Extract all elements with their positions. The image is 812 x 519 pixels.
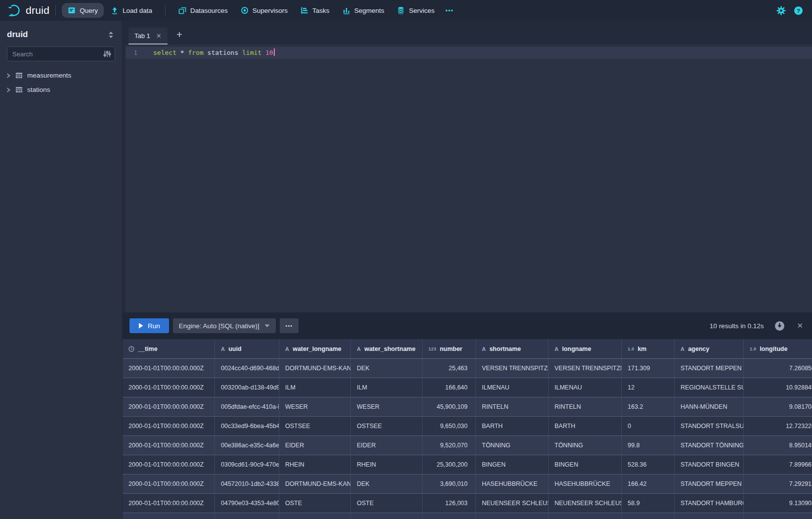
column-name: km: [638, 346, 646, 352]
query-main: Tab 1✕ + 1 select * from stations limit …: [123, 21, 812, 519]
double-caret-icon[interactable]: [108, 31, 114, 39]
druid-logo[interactable]: druid: [8, 4, 49, 17]
sidebar-table-measurements[interactable]: measurements: [0, 68, 122, 83]
sql-editor[interactable]: 1 select * from stations limit 10: [123, 44, 812, 312]
column-header-uuid[interactable]: Auuid: [215, 339, 279, 358]
results-summary: 10 results in 0.12s: [710, 322, 764, 330]
column-header-water-shortname[interactable]: Awater_shortname: [351, 339, 423, 358]
cell-uuid: [215, 513, 279, 519]
nav-item-segments[interactable]: Segments: [337, 3, 390, 18]
column-name: agency: [688, 346, 709, 352]
cell-shortname: VERSEN TRENNSPITZE: [476, 359, 549, 378]
nav-item-services[interactable]: Services: [391, 3, 440, 18]
cell-uuid: 005dfdae-efcc-410a-bf1: [215, 397, 279, 416]
column-header-number[interactable]: 123number: [423, 339, 476, 358]
top-navbar: druid QueryLoad dataDatasourcesSuperviso…: [0, 0, 812, 21]
cell-water-longname: WESER: [279, 397, 351, 416]
sql-token-star: *: [180, 49, 184, 56]
nav-item-supervisors[interactable]: Supervisors: [235, 3, 294, 18]
cell-agency: [675, 513, 744, 519]
search-input[interactable]: [7, 46, 115, 61]
help-icon[interactable]: ?: [794, 6, 803, 15]
schema-title: druid: [7, 30, 28, 40]
sidebar-table-stations[interactable]: stations: [0, 83, 122, 97]
editor-edge: [123, 44, 126, 312]
play-icon: [138, 323, 143, 329]
nav-item-load-data[interactable]: Load data: [105, 3, 158, 18]
nav-item-label: Services: [409, 7, 434, 14]
cell-longname: RINTELN: [549, 397, 622, 416]
engine-select[interactable]: Engine: Auto [SQL (native)]: [173, 318, 276, 333]
cell-agency: STANDORT BINGEN: [675, 455, 744, 474]
string-type-icon: A: [357, 346, 361, 352]
nav-item-label: Query: [80, 7, 98, 14]
cell-water-longname: DORTMUND-EMS-KANAL: [279, 359, 351, 378]
decimal-type-icon: 1.0: [750, 346, 756, 351]
cell-shortname: RINTELN: [476, 397, 549, 416]
cell-number: 9,650,030: [423, 417, 476, 435]
cell--time: 2000-01-01T00:00:00.000Z: [123, 378, 215, 397]
cell-uuid: 0309cd61-90c9-470e-99: [215, 455, 279, 474]
run-bar: Run Engine: Auto [SQL (native)] ••• 10 r…: [123, 312, 812, 339]
query-more-button[interactable]: •••: [280, 318, 299, 333]
table-label: measurements: [27, 72, 71, 79]
cell-km: 163.2: [622, 397, 675, 416]
download-icon[interactable]: [774, 321, 785, 331]
column-header-shortname[interactable]: Ashortname: [476, 339, 549, 358]
cell-number: 25,463: [423, 359, 476, 378]
tab-label: Tab 1: [134, 32, 150, 40]
tab-close-icon[interactable]: ✕: [156, 32, 162, 40]
gear-icon[interactable]: [776, 6, 786, 15]
column-header-longitude[interactable]: 1.0longitude: [744, 339, 812, 358]
nav-item-datasources[interactable]: Datasources: [172, 3, 234, 18]
column-header-longname[interactable]: Alongname: [549, 339, 622, 358]
column-header--time[interactable]: __time: [123, 339, 215, 358]
string-type-icon: A: [285, 346, 289, 352]
filter-sliders-icon[interactable]: [103, 50, 111, 58]
column-name: water_shortname: [364, 346, 416, 352]
cell-longitude: 9.081704: [744, 397, 812, 416]
table-row: 2000-01-01T00:00:00.000Z005dfdae-efcc-41…: [123, 397, 812, 417]
cell-longname: TÖNNING: [549, 436, 622, 455]
cell-longname: NEUENSEER SCHLEUSENKANAL: [549, 494, 622, 513]
cell-water-longname: ILM: [279, 378, 351, 397]
table-row: 2000-01-01T00:00:00.000Z0309cd61-90c9-47…: [123, 455, 812, 475]
column-header-agency[interactable]: Aagency: [675, 339, 744, 358]
cell-km: 166.42: [622, 475, 675, 493]
chevron-right-icon[interactable]: [6, 73, 11, 78]
cell-water-longname: OSTSEE: [279, 417, 351, 435]
cell-water-shortname: DEK: [351, 475, 423, 493]
cell-longitude: 10.928845: [744, 378, 812, 397]
cell-water-shortname: [351, 513, 423, 519]
cell-km: [622, 513, 675, 519]
cell-shortname: BINGEN: [476, 455, 549, 474]
cell-uuid: 00c33ed9-6bea-45b4-87: [215, 417, 279, 435]
cell-agency: REGIONALSTELLE SUHL: [675, 378, 744, 397]
caret-down-icon: [264, 324, 270, 328]
string-type-icon: A: [555, 346, 558, 352]
run-button[interactable]: Run: [129, 318, 169, 333]
column-header-water-longname[interactable]: Awater_longname: [279, 339, 351, 358]
cell--time: [123, 513, 215, 519]
nav-item-label: Supervisors: [253, 7, 288, 14]
column-name: __time: [138, 346, 158, 352]
cell--time: 2000-01-01T00:00:00.000Z: [123, 475, 215, 493]
navbar-overflow-button[interactable]: •••: [440, 7, 459, 14]
nav-item-label: Datasources: [190, 7, 228, 14]
sql-code-line[interactable]: select * from stations limit 10: [142, 47, 275, 59]
cell-water-shortname: OSTSEE: [351, 417, 423, 435]
new-tab-button[interactable]: +: [176, 29, 182, 41]
close-results-icon[interactable]: ✕: [797, 321, 803, 330]
nav-item-tasks[interactable]: Tasks: [295, 3, 336, 18]
tab-tab-1[interactable]: Tab 1✕: [128, 28, 168, 44]
cell-longitude: 7.292912: [744, 475, 812, 493]
nav-item-query[interactable]: Query: [62, 3, 104, 18]
cell-agency: STANDORT TÖNNING: [675, 436, 744, 455]
cell-km: 12: [622, 378, 675, 397]
sql-token-keyword: select: [153, 49, 176, 56]
navbar-divider: [55, 5, 56, 16]
column-header-km[interactable]: 1.0km: [622, 339, 675, 358]
cell-agency: STANDORT MEPPEN: [675, 359, 744, 378]
cell-km: 58.9: [622, 494, 675, 513]
chevron-right-icon[interactable]: [6, 87, 11, 92]
